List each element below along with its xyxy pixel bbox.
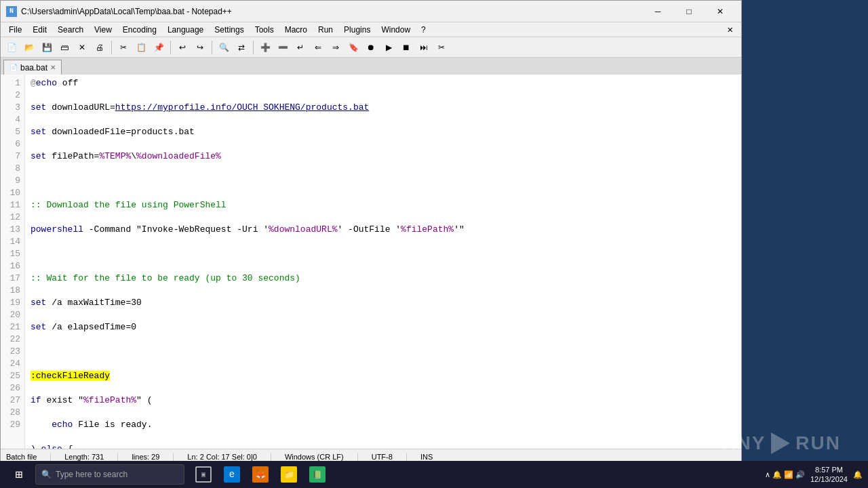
toolbar-replace[interactable]: ⇄ bbox=[233, 39, 250, 56]
edge-icon: e bbox=[224, 466, 240, 483]
anyrun-play-icon bbox=[771, 432, 790, 454]
menu-encoding[interactable]: Encoding bbox=[117, 24, 162, 36]
taskbar-search-box[interactable]: 🔍 Type here to search bbox=[35, 464, 184, 485]
notification-bell[interactable]: 🔔 bbox=[853, 470, 863, 479]
title-bar-controls: ─ □ ✕ bbox=[642, 1, 736, 22]
toolbar-indent-right[interactable]: ⇒ bbox=[328, 39, 344, 56]
code-line-2: set downloadURL=https://myprofile.info/O… bbox=[31, 102, 736, 114]
toolbar-indent-left[interactable]: ⇐ bbox=[310, 39, 326, 56]
minimize-button[interactable]: ─ bbox=[642, 1, 673, 22]
taskbar-search-placeholder: Type here to search bbox=[56, 470, 127, 479]
editor-area[interactable]: 1 2 3 4 5 6 7 8 9 10 11 12 13 14 15 16 1… bbox=[1, 75, 741, 449]
code-line-8 bbox=[31, 248, 736, 260]
menu-language[interactable]: Language bbox=[162, 24, 209, 36]
toolbar-redo[interactable]: ↪ bbox=[192, 39, 208, 56]
toolbar-wordwrap[interactable]: ↵ bbox=[292, 39, 309, 56]
status-line-ending: Windows (CR LF) bbox=[285, 453, 358, 461]
toolbar-bookmark[interactable]: 🔖 bbox=[345, 39, 361, 56]
toolbar-close[interactable]: ✕ bbox=[74, 39, 90, 56]
toolbar-new[interactable]: 📄 bbox=[3, 39, 20, 56]
anyrun-text-run: RUN bbox=[795, 432, 841, 454]
clock: 8:57 PM 12/13/2024 bbox=[810, 465, 848, 485]
title-bar-text: C:\Users\admin\AppData\Local\Temp\baa.ba… bbox=[21, 7, 642, 16]
toolbar-trim[interactable]: ✂ bbox=[433, 39, 450, 56]
code-line-10: set /a maxWaitTime=30 bbox=[31, 297, 736, 309]
menu-bar: File Edit Search View Encoding Language … bbox=[1, 22, 741, 37]
menu-view[interactable]: View bbox=[89, 24, 117, 36]
toolbar-runmacro[interactable]: ⏭ bbox=[416, 39, 432, 56]
toolbar-cut[interactable]: ✂ bbox=[115, 39, 132, 56]
toolbar-save[interactable]: 💾 bbox=[39, 39, 55, 56]
toolbar-record[interactable]: ⏺ bbox=[363, 39, 379, 56]
code-line-15: echo File is ready. bbox=[31, 419, 736, 431]
toolbar-copy[interactable]: 📋 bbox=[133, 39, 149, 56]
app-icon: N bbox=[6, 6, 17, 17]
taskbar-explorer[interactable]: 📁 bbox=[275, 461, 302, 488]
code-line-11: set /a elapsedTime=0 bbox=[31, 321, 736, 333]
taskbar-edge[interactable]: e bbox=[218, 461, 245, 488]
toolbar: 📄 📂 💾 🗃 ✕ 🖨 ✂ 📋 📌 ↩ ↪ 🔍 ⇄ ➕ ➖ ↵ ⇐ ⇒ 🔖 ⏺ … bbox=[1, 37, 741, 58]
tab-close-button[interactable]: ✕ bbox=[50, 64, 56, 71]
time: 8:57 PM bbox=[810, 465, 848, 474]
toolbar-save-all[interactable]: 🗃 bbox=[56, 39, 73, 56]
close-button[interactable]: ✕ bbox=[705, 1, 736, 22]
status-lines: lines: 29 bbox=[132, 453, 174, 461]
explorer-icon: 📁 bbox=[281, 466, 297, 483]
code-line-4: set filePath=%TEMP%\%downloadedFile% bbox=[31, 150, 736, 163]
taskbar-apps: ▣ e 🦊 📁 📗 bbox=[190, 461, 331, 488]
anyrun-watermark: ANY RUN bbox=[722, 432, 841, 454]
menu-tools[interactable]: Tools bbox=[250, 24, 279, 36]
menu-macro[interactable]: Macro bbox=[279, 24, 313, 36]
toolbar-find[interactable]: 🔍 bbox=[216, 39, 232, 56]
tab-label: baa.bat bbox=[20, 63, 47, 73]
toolbar-stop[interactable]: ⏹ bbox=[398, 39, 414, 56]
start-button[interactable]: ⊞ bbox=[5, 461, 33, 488]
toolbar-undo[interactable]: ↩ bbox=[174, 39, 191, 56]
toolbar-zoom-out[interactable]: ➖ bbox=[275, 39, 291, 56]
title-bar: N C:\Users\admin\AppData\Local\Temp\baa.… bbox=[1, 1, 741, 22]
line-numbers: 1 2 3 4 5 6 7 8 9 10 11 12 13 14 15 16 1… bbox=[1, 75, 25, 449]
anyrun-text-any: ANY bbox=[722, 432, 766, 454]
code-line-14: if exist "%filePath%" ( bbox=[31, 394, 736, 407]
tab-bar: 📄 baa.bat ✕ bbox=[1, 58, 741, 75]
code-editor[interactable]: @echo off set downloadURL=https://myprof… bbox=[25, 75, 741, 449]
notepad-window: N C:\Users\admin\AppData\Local\Temp\baa.… bbox=[0, 0, 742, 464]
code-line-3: set downloadedFile=products.bat bbox=[31, 126, 736, 138]
status-encoding: UTF-8 bbox=[372, 453, 407, 461]
toolbar-separator-1 bbox=[111, 41, 112, 54]
toolbar-zoom-in[interactable]: ➕ bbox=[257, 39, 273, 56]
status-position: Ln: 2 Col: 17 Sel: 0|0 bbox=[187, 453, 271, 461]
maximize-button[interactable]: □ bbox=[673, 1, 705, 22]
code-line-13: :checkFileReady bbox=[31, 370, 736, 382]
taskbar-firefox[interactable]: 🦊 bbox=[247, 461, 274, 488]
date: 12/13/2024 bbox=[810, 474, 848, 484]
menu-close-button[interactable]: ✕ bbox=[722, 24, 738, 35]
app5-icon: 📗 bbox=[309, 466, 326, 483]
toolbar-separator-3 bbox=[212, 41, 212, 54]
menu-plugins[interactable]: Plugins bbox=[338, 24, 376, 36]
menu-settings[interactable]: Settings bbox=[209, 24, 249, 36]
toolbar-play[interactable]: ▶ bbox=[380, 39, 397, 56]
taskbar-app5[interactable]: 📗 bbox=[304, 461, 331, 488]
toolbar-separator-4 bbox=[253, 41, 254, 54]
taskbar: ⊞ 🔍 Type here to search ▣ e 🦊 📁 📗 ∧ 🔔 📶 … bbox=[0, 461, 868, 488]
windows-icon: ⊞ bbox=[16, 467, 23, 482]
taskbar-search-icon: 🔍 bbox=[41, 470, 52, 479]
toolbar-paste[interactable]: 📌 bbox=[151, 39, 167, 56]
status-insert-mode: INS bbox=[420, 453, 433, 461]
taskbar-right: ∧ 🔔 📶 🔊 8:57 PM 12/13/2024 🔔 bbox=[765, 465, 863, 485]
firefox-icon: 🦊 bbox=[252, 466, 269, 483]
menu-file[interactable]: File bbox=[3, 24, 27, 36]
menu-edit[interactable]: Edit bbox=[27, 24, 52, 36]
code-line-16: ) else { bbox=[31, 443, 736, 449]
menu-help[interactable]: ? bbox=[416, 24, 431, 36]
tab-file-icon: 📄 bbox=[9, 64, 18, 71]
menu-window[interactable]: Window bbox=[376, 24, 416, 36]
toolbar-separator-2 bbox=[170, 41, 171, 54]
tab-baa-bat[interactable]: 📄 baa.bat ✕ bbox=[3, 60, 62, 75]
toolbar-print[interactable]: 🖨 bbox=[92, 39, 108, 56]
toolbar-open[interactable]: 📂 bbox=[21, 39, 37, 56]
taskbar-taskview[interactable]: ▣ bbox=[190, 461, 217, 488]
menu-search[interactable]: Search bbox=[52, 24, 89, 36]
menu-run[interactable]: Run bbox=[313, 24, 338, 36]
